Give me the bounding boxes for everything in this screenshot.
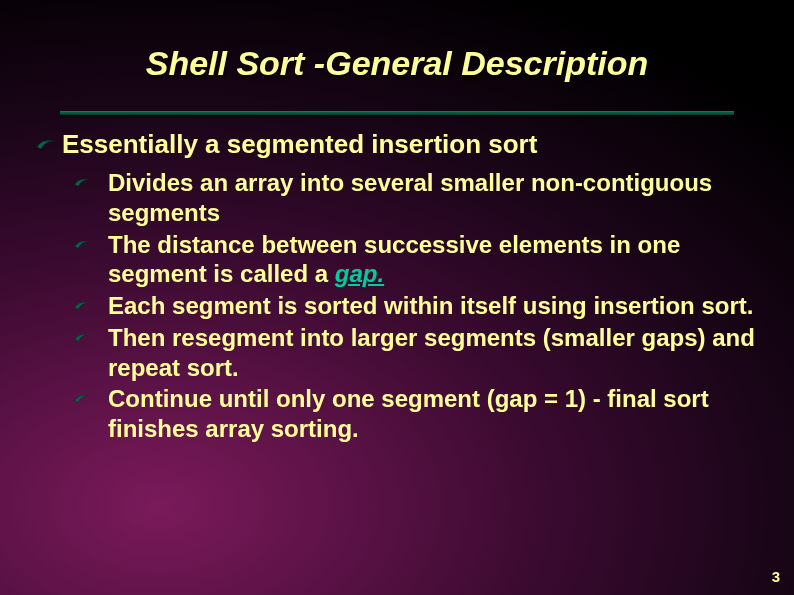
- slide-body: Essentially a segmented insertion sort D…: [0, 115, 794, 444]
- swoosh-bullet-icon: [30, 129, 62, 151]
- sub-bullet-item: Divides an array into several smaller no…: [72, 168, 764, 228]
- sub-bullet-item: Each segment is sorted within itself usi…: [72, 291, 764, 321]
- emphasized-term: gap.: [335, 260, 384, 287]
- sub-bullet-text: Continue until only one segment (gap = 1…: [108, 384, 764, 444]
- swoosh-bullet-icon: [72, 323, 108, 343]
- sub-bullet-text: Then resegment into larger segments (sma…: [108, 323, 764, 383]
- slide-title: Shell Sort -General Description: [0, 0, 794, 83]
- sub-bullet-text: Each segment is sorted within itself usi…: [108, 291, 753, 321]
- swoosh-bullet-icon: [72, 291, 108, 311]
- sub-bullet-item: The distance between successive elements…: [72, 230, 764, 290]
- page-number: 3: [772, 568, 780, 585]
- swoosh-bullet-icon: [72, 168, 108, 188]
- sub-bullet-text: The distance between successive elements…: [108, 230, 764, 290]
- sub-bullet-text: Divides an array into several smaller no…: [108, 168, 764, 228]
- main-bullet-text: Essentially a segmented insertion sort: [62, 129, 537, 160]
- sub-bullet-list: Divides an array into several smaller no…: [30, 168, 764, 444]
- main-bullet-item: Essentially a segmented insertion sort: [30, 129, 764, 160]
- sub-bullet-item: Continue until only one segment (gap = 1…: [72, 384, 764, 444]
- sub-bullet-item: Then resegment into larger segments (sma…: [72, 323, 764, 383]
- swoosh-bullet-icon: [72, 230, 108, 250]
- swoosh-bullet-icon: [72, 384, 108, 404]
